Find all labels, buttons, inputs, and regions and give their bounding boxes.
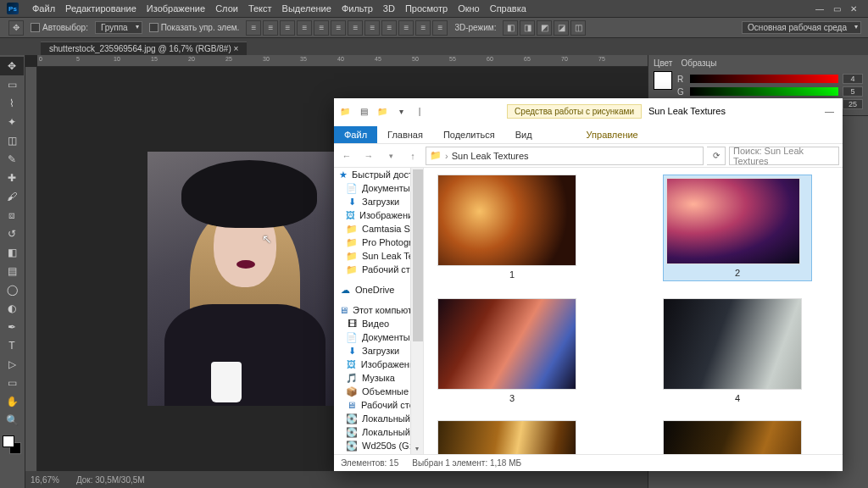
g-slider[interactable] [690, 87, 838, 96]
minimize-button[interactable]: — [825, 106, 834, 116]
align-icon[interactable]: ≡ [280, 20, 295, 36]
align-icon[interactable]: ≡ [263, 20, 278, 36]
tab-swatches[interactable]: Образцы [681, 58, 716, 68]
address-bar[interactable]: 📁 › Sun Leak Textures [426, 147, 704, 165]
mode3d-icon[interactable]: ◨ [520, 20, 535, 36]
qat-dropdown[interactable]: ▾ [393, 103, 409, 119]
folder-icon: 📁 [430, 150, 442, 161]
menu-file[interactable]: Файл [32, 3, 55, 14]
search-input[interactable]: Поиск: Sun Leak Textures [729, 147, 839, 165]
minimize-button[interactable]: — [814, 4, 826, 14]
file-thumbnail-6[interactable] [663, 420, 812, 454]
shape-tool[interactable]: ▭ [0, 374, 24, 392]
tab-home[interactable]: Главная [377, 126, 433, 143]
tab-color[interactable]: Цвет [654, 58, 672, 68]
blur-tool[interactable]: ◯ [0, 280, 24, 299]
lasso-tool[interactable]: ⌇ [0, 94, 24, 113]
menu-text[interactable]: Текст [248, 3, 272, 14]
tab-manage[interactable]: Управление [576, 126, 648, 143]
mode3d-icon[interactable]: ◪ [554, 20, 569, 36]
file-thumbnail-4[interactable]: 4 [663, 298, 812, 403]
align-icon[interactable]: ≡ [314, 20, 329, 36]
file-thumbnail-2[interactable]: 2 [663, 175, 812, 281]
zoom-readout[interactable]: 16,67% [31, 475, 59, 485]
menu-filter[interactable]: Фильтр [342, 3, 373, 14]
nav-up-button[interactable]: ↑ [403, 147, 422, 165]
r-value[interactable]: 4 [843, 74, 863, 84]
align-icon[interactable]: ≡ [415, 20, 431, 36]
workspace-switcher[interactable]: Основная рабочая среда [742, 21, 861, 34]
nav-back-button[interactable]: ← [337, 147, 356, 165]
maximize-button[interactable]: ▭ [831, 4, 843, 14]
nav-pane[interactable]: ★Быстрый доступ 📄Документы📌 ⬇Загрузки📌 🖼… [334, 168, 424, 454]
type-tool[interactable]: T [0, 336, 24, 355]
explorer-window[interactable]: 📁 ▤ 📁 ▾ | Средства работы с рисунками Su… [334, 98, 843, 471]
align-icon[interactable]: ≡ [297, 20, 312, 36]
history-brush-tool[interactable]: ↺ [0, 225, 24, 243]
tab-view[interactable]: Вид [505, 126, 542, 143]
qat-newfolder-button[interactable]: 📁 [375, 103, 390, 119]
file-thumbnail-3[interactable]: 3 [437, 298, 587, 403]
color-swatch[interactable] [0, 433, 24, 457]
pen-tool[interactable]: ✒ [0, 318, 24, 336]
close-button[interactable]: ✕ [848, 4, 860, 14]
wand-tool[interactable]: ✦ [0, 113, 24, 131]
brush-tool[interactable]: 🖌 [0, 187, 24, 206]
refresh-button[interactable]: ⟳ [707, 147, 726, 165]
doc-info: Док: 30,5M/30,5M [76, 475, 145, 485]
g-value[interactable]: 5 [843, 86, 863, 97]
file-thumbnail-1[interactable]: 1 [437, 175, 587, 281]
align-icon[interactable]: ≡ [432, 20, 448, 36]
menu-select[interactable]: Выделение [282, 3, 331, 14]
menu-layers[interactable]: Слои [215, 3, 238, 14]
file-thumbnail-5[interactable] [437, 420, 587, 454]
path-tool[interactable]: ▷ [0, 355, 24, 374]
qat-properties-button[interactable]: ▤ [356, 103, 371, 119]
show-transform-checkbox[interactable]: Показать упр. элем. [149, 23, 240, 32]
tab-file[interactable]: Файл [334, 126, 377, 143]
document-tab[interactable]: shutterstock_235969564.jpg @ 16,7% (RGB/… [41, 42, 247, 55]
gradient-tool[interactable]: ▤ [0, 262, 24, 280]
tab-share[interactable]: Поделиться [433, 126, 505, 143]
menu-3d[interactable]: 3D [383, 3, 395, 14]
menu-help[interactable]: Справка [490, 3, 526, 14]
breadcrumb-item[interactable]: Sun Leak Textures [452, 151, 529, 161]
move-tool-icon[interactable]: ✥ [8, 20, 24, 36]
align-icon[interactable]: ≡ [246, 20, 261, 36]
scroll-down-icon[interactable]: ▾ [411, 442, 423, 454]
menu-image[interactable]: Изображение [147, 3, 205, 14]
marquee-tool[interactable]: ▭ [0, 75, 24, 94]
mode3d-icon[interactable]: ◫ [570, 20, 586, 36]
mode3d-icon[interactable]: ◩ [537, 20, 552, 36]
eraser-tool[interactable]: ◧ [0, 243, 24, 262]
foreground-color[interactable] [654, 71, 672, 90]
move-tool[interactable]: ✥ [0, 57, 24, 75]
align-icon[interactable]: ≡ [381, 20, 397, 36]
cloud-icon: ☁ [339, 286, 351, 295]
menu-window[interactable]: Окно [458, 3, 480, 14]
dodge-tool[interactable]: ◐ [0, 299, 24, 318]
zoom-tool[interactable]: 🔍 [0, 411, 24, 430]
nav-scrollbar[interactable]: ▴ ▾ [410, 168, 423, 454]
menu-view[interactable]: Просмотр [405, 3, 448, 14]
align-icon[interactable]: ≡ [348, 20, 363, 36]
align-icon[interactable]: ≡ [331, 20, 346, 36]
align-icon[interactable]: ≡ [398, 20, 414, 36]
heal-tool[interactable]: ✚ [0, 169, 24, 187]
nav-recent-button[interactable]: ▾ [381, 147, 400, 165]
scroll-thumb[interactable] [413, 169, 424, 341]
titlebar[interactable]: 📁 ▤ 📁 ▾ | Средства работы с рисунками Su… [334, 98, 843, 124]
eyedropper-tool[interactable]: ✎ [0, 150, 24, 169]
menu-edit[interactable]: Редактирование [65, 3, 136, 14]
file-list[interactable]: 1 2 3 4 [424, 168, 843, 454]
autoselect-mode-dropdown[interactable]: Группа [95, 21, 142, 34]
stamp-tool[interactable]: ⧇ [0, 206, 24, 225]
crop-tool[interactable]: ◫ [0, 131, 24, 150]
hand-tool[interactable]: ✋ [0, 392, 24, 411]
nav-forward-button[interactable]: → [359, 147, 378, 165]
autoselect-checkbox[interactable]: Автовыбор: [31, 23, 88, 32]
b-value[interactable]: 25 [843, 99, 863, 109]
r-slider[interactable] [690, 75, 838, 83]
align-icon[interactable]: ≡ [364, 20, 380, 36]
mode3d-icon[interactable]: ◧ [503, 20, 518, 36]
